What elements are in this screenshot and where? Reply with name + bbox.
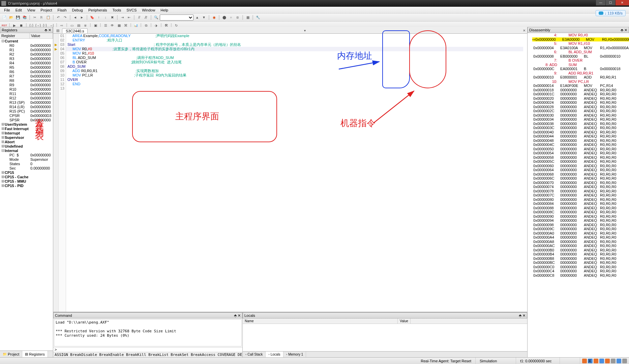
code-editor[interactable]: ▶▶ 01020304050607080910111213 AREA Examp… <box>53 34 527 312</box>
status-time: t1: 0.00000000 sec <box>516 358 560 364</box>
tab-registers[interactable]: ▤ Registers <box>22 351 48 357</box>
paste-icon[interactable]: 📋 <box>45 14 51 21</box>
window-title: D:\arm\peng.uvproj - µVision4 <box>8 1 57 5</box>
title-bar: D:\arm\peng.uvproj - µVision4 — ☐ ✕ <box>0 0 629 7</box>
register-tree[interactable]: ⊟CurrentR00x00000000R10x00000000R20x0000… <box>0 39 53 351</box>
close-icon[interactable]: ⬘ ✕ <box>234 313 241 318</box>
window-icon[interactable]: ▦ <box>245 14 251 21</box>
menu-file[interactable]: File <box>1 8 13 12</box>
menu-tools[interactable]: Tools <box>110 8 124 12</box>
indent-icon[interactable]: ⇥ <box>119 14 125 21</box>
command-prompt: > <box>53 347 58 352</box>
locals-panel: Locals⬘ ✕ Name Value ▫ Call Stack▫ Local… <box>243 312 527 357</box>
locals-col-name[interactable]: Name <box>243 318 398 324</box>
locals-body[interactable] <box>243 324 527 351</box>
bookmark-icon[interactable]: 🔖 <box>89 14 95 21</box>
maximize-button[interactable]: ☐ <box>606 0 615 5</box>
outdent-icon[interactable]: ⇤ <box>126 14 132 21</box>
menu-project[interactable]: Project <box>38 8 55 12</box>
redo-icon[interactable]: ↷ <box>62 14 68 21</box>
command-panel: Command⬘ ✕ Load "D:\\arm\\peng.AXF" *** … <box>53 312 243 357</box>
bookmark-clear-icon[interactable]: ✖ <box>109 14 115 21</box>
find-icon[interactable]: 🔍 <box>153 14 159 21</box>
config-icon[interactable]: 🔧 <box>255 14 261 21</box>
comment-icon[interactable]: // <box>136 14 142 21</box>
editor-tab-strip: ▤ S3C2440.s ▾ ✕ <box>53 27 527 34</box>
breakpoint-icon[interactable]: ⬤ <box>221 14 227 21</box>
open-icon[interactable]: 📂 <box>8 14 14 21</box>
debug-icon[interactable]: ◉ <box>211 14 217 21</box>
tab-menu-icon[interactable]: ▾ <box>302 27 308 33</box>
status-sim: Simulation <box>476 358 516 364</box>
find-prev-icon[interactable]: ▲ <box>194 14 200 21</box>
app-icon <box>1 1 6 6</box>
locals-col-value[interactable]: Value <box>398 318 411 324</box>
command-input[interactable] <box>58 347 242 352</box>
bookmark-prev-icon[interactable]: ↑ <box>96 14 102 21</box>
tab-project[interactable]: 📁 Project <box>0 351 22 357</box>
menu-svcs[interactable]: SVCS <box>124 8 139 12</box>
tab-list-icon[interactable]: ▤ <box>55 27 61 33</box>
command-output[interactable]: Load "D:\\arm\\peng.AXF" *** Restricted … <box>54 319 242 346</box>
bookmark-next-icon[interactable]: ↓ <box>102 14 109 21</box>
close-icon[interactable]: ⬘ ✕ <box>621 28 627 32</box>
minimize-button[interactable]: — <box>596 0 605 5</box>
breakpoint-kill-icon[interactable]: ⦻ <box>235 14 241 21</box>
tab-close-icon[interactable]: ✕ <box>521 27 527 33</box>
command-hint: ASSIGN BreakDisable BreakEnable BreakKil… <box>53 352 242 357</box>
copy-icon[interactable]: ⎘ <box>38 14 44 21</box>
menu-flash[interactable]: Flash <box>55 8 69 12</box>
menu-view[interactable]: View <box>25 8 38 12</box>
nav-fwd-icon[interactable]: ► <box>79 14 85 21</box>
menu-debug[interactable]: Debug <box>69 8 86 12</box>
uncomment-icon[interactable]: //̸ <box>143 14 149 21</box>
find-combo[interactable] <box>160 14 193 21</box>
registers-panel: Registers ⬘ ✕ Register Value ⊟CurrentR00… <box>0 27 53 357</box>
new-file-icon[interactable]: 📄 <box>1 14 7 21</box>
tab-memory-1[interactable]: ▫ Memory 1 <box>283 352 306 357</box>
menu-window[interactable]: Window <box>139 8 158 12</box>
ime-status-icons[interactable]: 英 <box>580 359 629 363</box>
save-all-icon[interactable]: 📚 <box>22 14 28 21</box>
menu-bar: FileEditViewProjectFlashDebugPeripherals… <box>0 7 629 13</box>
toolbar-1: 📄 📂 💾 📚 ✂ ⎘ 📋 ↶ ↷ ◄ ► 🔖 ↑ ↓ ✖ ⇥ ⇤ // //̸… <box>0 13 629 22</box>
registers-panel-title: Registers ⬘ ✕ <box>0 27 53 33</box>
status-agent: Real-Time Agent: Target Reset <box>417 358 476 364</box>
tab-locals[interactable]: ▫ Locals <box>266 352 283 357</box>
reg-col-name[interactable]: Register <box>0 33 30 38</box>
cut-icon[interactable]: ✂ <box>32 14 38 21</box>
close-icon[interactable]: ⬘ ✕ <box>519 313 526 318</box>
disassembly-body[interactable]: 4: MOV R0,#0⇨0x00000000E3A00000MOVR0,#0x… <box>528 33 629 357</box>
save-icon[interactable]: 💾 <box>15 14 21 21</box>
source-file-tab[interactable]: S3C2440.s <box>62 28 88 33</box>
undo-icon[interactable]: ↶ <box>55 14 61 21</box>
network-badge: ↓ 119 KB/s <box>596 10 626 16</box>
breakpoint-disable-icon[interactable]: ○ <box>228 14 234 21</box>
menu-edit[interactable]: Edit <box>13 8 25 12</box>
find-next-icon[interactable]: ▼ <box>201 14 207 21</box>
close-button[interactable]: ✕ <box>616 0 629 5</box>
nav-back-icon[interactable]: ◄ <box>72 14 78 21</box>
reg-col-value[interactable]: Value <box>30 33 53 38</box>
pin-icon[interactable]: ⬘ ✕ <box>44 28 51 32</box>
menu-peripherals[interactable]: Peripherals <box>86 8 110 12</box>
tab-call-stack[interactable]: ▫ Call Stack <box>243 352 266 357</box>
menu-help[interactable]: Help <box>158 8 171 12</box>
status-bar: Real-Time Agent: Target Reset Simulation… <box>0 357 629 364</box>
cloud-icon <box>599 11 603 15</box>
disassembly-panel: Disassembly⬘ ✕ 4: MOV R0,#0⇨0x00000000E3… <box>527 27 629 357</box>
